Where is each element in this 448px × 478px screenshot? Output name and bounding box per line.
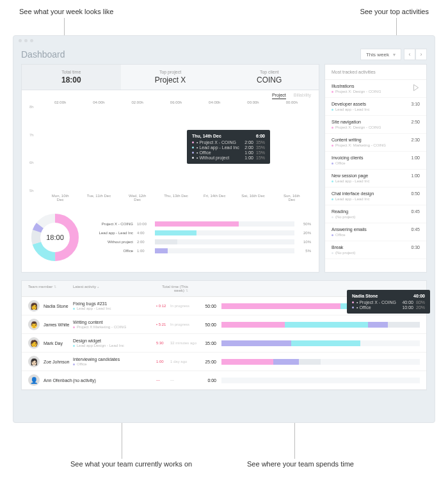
bar-column[interactable]: 06:00h — [164, 107, 188, 191]
member-name: James White — [44, 323, 73, 327]
range-select[interactable]: This week ▾ — [360, 49, 401, 60]
page-title: Dashboard — [21, 49, 360, 60]
donut-center: 18:00 — [46, 234, 64, 241]
bar-column[interactable]: 02:00h — [48, 107, 72, 191]
x-label: Mon, 10th Dec — [48, 194, 72, 202]
update-time: 5:30 — [156, 341, 170, 345]
window-dot — [30, 39, 33, 42]
breakdown-row: Without project2:0010% — [88, 239, 311, 244]
activity-time: 2:30 — [411, 138, 420, 142]
x-label: Fri, 14th Dec — [202, 194, 227, 202]
summary-client-label: Top client — [225, 70, 314, 74]
summary-total: Total time 18:00 — [22, 65, 121, 90]
time-bar — [221, 340, 420, 346]
activity-row[interactable]: Chat interface designLead app - Lead Inc… — [325, 187, 426, 205]
status: In progress — [170, 304, 202, 308]
col-activity[interactable]: Latest activity — [73, 285, 96, 289]
member-name: Zoe Johnson — [44, 360, 73, 364]
window-dot — [24, 39, 28, 42]
callout-activities: See your top activities — [360, 8, 429, 15]
donut-chart: 18:00 — [29, 212, 81, 263]
chart-tooltip: Thu, 14th Dec6:00• Project X - COING2:00… — [187, 130, 270, 164]
time-bar — [221, 359, 420, 365]
time-bar — [221, 378, 420, 383]
activity-row[interactable]: Reading(No project)0:45 — [325, 205, 426, 223]
team-row[interactable]: 👨James WhiteWriting contentProject X:Mar… — [22, 315, 426, 334]
bar-column[interactable]: 02:00h — [125, 107, 150, 191]
activity-title: (no activity) — [73, 378, 156, 383]
breakdown-list: Project X - COING10:0050%Lead app - Lead… — [88, 212, 311, 263]
y-label: 6h — [29, 161, 34, 164]
x-label: Thu, 13th Dec — [164, 194, 188, 202]
bar-label: 00:00h — [286, 100, 298, 104]
activity-time: 0:50 — [411, 191, 420, 196]
header: Dashboard This week ▾ ‹ › — [13, 45, 435, 64]
col-time[interactable]: Total time (This week) — [162, 285, 188, 292]
tab-project[interactable]: Project — [272, 93, 286, 99]
team-row[interactable]: 🧑Mark DayDesign widgetLead app:Design - … — [22, 334, 426, 353]
chart-tabs: Project Billability — [272, 93, 311, 99]
avatar: 👤 — [28, 374, 40, 386]
summary-project-label: Top project — [126, 70, 215, 74]
member-name: Nadia Stone — [44, 304, 73, 308]
team-row[interactable]: 👤Ann Ofenbach(no activity)——0:00 — [22, 371, 426, 390]
activity-row[interactable]: Developer assetsLead app - Lead Inc3:10 — [325, 98, 426, 116]
activity-row[interactable]: New session pageLead app - Lead Inc1:00 — [325, 170, 426, 187]
activity-row[interactable]: Site navigationProject X: Design - COING… — [325, 116, 426, 134]
avatar: 👩🏻 — [28, 356, 40, 367]
callout-team-works: See what your team currently works on — [70, 460, 192, 468]
team-card: Team member⇅ Latest activity▴ Total time… — [21, 280, 427, 390]
y-label: 5h — [29, 189, 34, 193]
callout-team-time: See where your team spends time — [247, 460, 354, 468]
range-label: This week — [366, 52, 389, 58]
window-dot — [19, 39, 22, 42]
avatar: 👨 — [28, 319, 40, 330]
window-titlebar — [13, 36, 435, 45]
chart-x-axis: Mon, 10th DecTue, 11th DecWed, 12th DecT… — [41, 194, 311, 202]
next-button[interactable]: › — [415, 49, 427, 60]
tab-billability[interactable]: Billability — [294, 93, 311, 99]
summary-total-label: Total time — [27, 70, 116, 74]
col-member[interactable]: Team member — [28, 285, 52, 289]
activity-row[interactable]: Answering emailsOffice0:45 — [325, 223, 426, 241]
play-icon[interactable] — [412, 84, 420, 93]
activity-row[interactable]: IllustrationsProject X: Design - COING — [325, 80, 426, 98]
x-label: Sun, 16th Dec — [280, 194, 304, 202]
team-row[interactable]: 👩🏻Zoe JohnsonInterviewing candidatesOffi… — [22, 353, 426, 371]
activity-time: 0:30 — [411, 245, 420, 250]
status: In progress — [170, 323, 202, 326]
summary-project: Top project Project X — [121, 65, 220, 90]
update-time: — — [156, 378, 170, 382]
bar-label: 02:00h — [54, 100, 66, 104]
sort-icon: ▴ — [97, 285, 99, 289]
summary-card: Total time 18:00 Top project Project X T… — [21, 64, 319, 273]
activity-row[interactable]: Content writingProject X: Marketing - CO… — [325, 134, 426, 152]
activity-time: 2:50 — [411, 120, 420, 124]
activities-title: Most tracked activities — [325, 65, 426, 80]
activity-time: 1:00 — [411, 173, 420, 178]
bar-label: 00:00h — [247, 100, 259, 104]
breakdown-row: Office1:005% — [88, 248, 311, 253]
bar-column[interactable]: 00:00h — [280, 107, 304, 191]
update-time: • 0:12 — [156, 304, 170, 308]
x-label: Wed, 12th Dec — [125, 194, 150, 202]
total-time: 35:00 — [202, 341, 221, 346]
activity-row[interactable]: Break(No project)0:30 — [325, 241, 426, 259]
x-label: Sat, 16th Dec — [241, 194, 266, 202]
bar-label: 04:00h — [93, 100, 104, 104]
bar-column[interactable]: 04:00h — [86, 107, 111, 191]
bar-label: 04:00h — [209, 100, 220, 104]
activity-row[interactable]: Invoicing clientsOffice1:00 — [325, 152, 426, 170]
avatar: 🧑 — [28, 337, 40, 349]
status: — — [170, 378, 202, 382]
prev-button[interactable]: ‹ — [404, 49, 415, 60]
activity-time: 0:45 — [411, 227, 420, 232]
sort-icon: ⇅ — [54, 285, 56, 289]
summary-client-value: COING — [225, 76, 314, 84]
x-label: Tue, 11th Dec — [86, 194, 111, 202]
activity-time: 0:45 — [411, 209, 420, 214]
activity-time: 1:00 — [411, 155, 420, 160]
update-time: 1:00 — [156, 360, 170, 363]
activity-title: Fixing bugs #231 — [73, 301, 156, 306]
bar-label: 02:00h — [132, 100, 143, 104]
